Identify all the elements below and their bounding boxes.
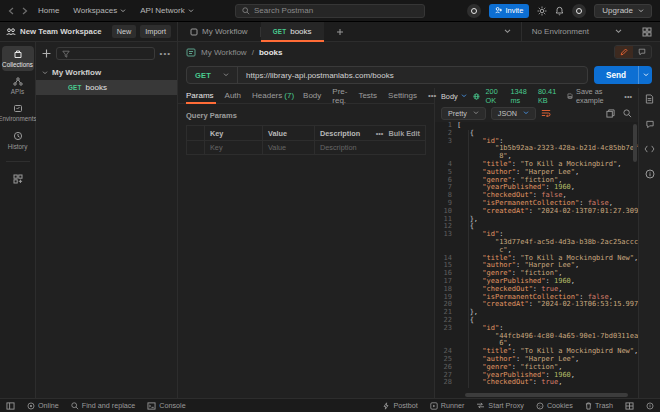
proxy-icon [476, 402, 485, 409]
two-pane-view-button[interactable] [625, 402, 634, 410]
workspace-bar: New Team Workspace New Import My Workflo… [0, 22, 660, 42]
find-icon [71, 402, 79, 410]
start-proxy-button[interactable]: Start Proxy [476, 401, 524, 410]
send-button[interactable]: Send [594, 66, 652, 84]
plus-icon [336, 28, 344, 36]
import-button[interactable]: Import [140, 25, 171, 38]
response-body-viewer[interactable]: 1[2 {3 "id": "1b5b92aa-2323-428a-b21d-4c… [435, 122, 638, 398]
collection-my-workflow[interactable]: My Workflow [36, 65, 177, 80]
search-input[interactable]: Search Postman [235, 4, 425, 18]
send-options-chevron[interactable] [638, 66, 652, 84]
request-doc-icon [186, 48, 196, 57]
request-tab[interactable]: Auth [225, 88, 243, 103]
workspace-switcher[interactable]: New Team Workspace [6, 27, 102, 36]
configure-sidebar-button[interactable] [2, 170, 34, 187]
sidebar-item-apis[interactable]: APIs [2, 73, 34, 98]
horizontal-scrollbar[interactable] [465, 393, 628, 397]
status-bar: Online Find and replace Console Postbot … [0, 398, 660, 412]
edit-pencil-button[interactable] [615, 46, 633, 58]
runner-button[interactable]: Runner [430, 401, 465, 410]
response-more-actions[interactable]: ••• [624, 92, 632, 101]
notifications-bell-icon[interactable] [555, 6, 564, 16]
format-dropdown[interactable]: JSON [491, 107, 536, 120]
user-avatar[interactable] [572, 4, 586, 18]
help-button[interactable] [646, 402, 654, 410]
request-tab[interactable]: Settings [388, 88, 419, 103]
comments-button[interactable] [633, 46, 651, 58]
workspaces-menu[interactable]: Workspaces [73, 6, 126, 15]
status-badge[interactable]: 200 OK [486, 87, 505, 105]
console-button[interactable]: Console [147, 401, 185, 410]
code-line: 28 "checkedOut": true, [435, 379, 638, 387]
param-key-input[interactable]: Key [205, 141, 263, 154]
sidebar-item-history[interactable]: History [2, 127, 34, 153]
breadcrumb: My Workflow / books [178, 42, 660, 62]
toggle-sidebar-button[interactable] [6, 402, 15, 410]
person-add-icon [495, 7, 502, 14]
sidebar-item-environments[interactable]: Environments [2, 100, 34, 125]
wrap-text-icon[interactable] [541, 109, 551, 117]
sidebar-more-actions[interactable]: ••• [160, 49, 171, 58]
tab-request-books[interactable]: GET books [261, 22, 324, 41]
chevron-down-icon [223, 73, 229, 77]
env-quick-look-icon[interactable] [642, 27, 652, 37]
request-tab[interactable]: Headers(7) [252, 88, 294, 103]
response-size[interactable]: 80.41 KB [538, 87, 561, 105]
response-code-lines: 1[2 {3 "id": "1b5b92aa-2323-428a-b21d-4c… [435, 122, 638, 387]
url-input[interactable]: https://library-api.postmanlabs.com/book… [238, 71, 402, 80]
trash-button[interactable]: Trash [585, 401, 613, 410]
param-description-input[interactable]: Description [315, 141, 425, 154]
comments-rail-icon[interactable] [645, 120, 655, 129]
breadcrumb-parent[interactable]: My Workflow [201, 48, 247, 57]
find-and-replace-button[interactable]: Find and replace [71, 401, 136, 410]
settings-gear-icon[interactable] [537, 6, 547, 16]
breadcrumb-request-name[interactable]: books [259, 48, 283, 57]
method-select[interactable]: GET [187, 67, 238, 83]
environment-selector[interactable]: No Environment [521, 22, 632, 41]
column-key: Key [205, 126, 263, 140]
request-tab[interactable]: Params [186, 88, 216, 103]
request-tab[interactable]: Body [303, 88, 323, 103]
request-tab[interactable]: Pre-req. [332, 88, 349, 103]
copy-icon[interactable] [606, 109, 615, 118]
upgrade-button[interactable]: Upgrade [594, 4, 652, 18]
nav-back-icon[interactable] [8, 7, 14, 15]
comment-icon [638, 48, 646, 56]
sidebar-item-collections[interactable]: Collections [2, 46, 34, 71]
query-params-title: Query Params [178, 104, 434, 125]
connection-status[interactable]: Online [27, 401, 59, 410]
new-tab-button[interactable] [324, 22, 356, 41]
add-collection-button[interactable] [42, 49, 51, 58]
request-tab[interactable]: Tests [358, 88, 379, 103]
new-button[interactable]: New [112, 25, 137, 38]
filter-funnel-icon [62, 50, 70, 58]
nav-forward-icon[interactable] [22, 7, 28, 15]
search-response-icon[interactable] [623, 109, 632, 118]
invite-button[interactable]: Invite [489, 4, 529, 18]
code-snippet-icon[interactable] [644, 145, 655, 153]
chevron-down-icon [120, 9, 126, 13]
param-value-input[interactable]: Value [263, 141, 315, 154]
postbot-avatar-icon[interactable] [467, 4, 481, 18]
response-body-dropdown[interactable]: Body [441, 92, 467, 101]
api-network-menu[interactable]: API Network [140, 6, 193, 15]
chevron-down-icon [461, 94, 467, 98]
vertical-scrollbar[interactable] [633, 124, 637, 162]
tab-workspace-overview[interactable]: My Workflow [178, 22, 260, 41]
documentation-icon[interactable] [645, 94, 654, 104]
collection-filter-input[interactable] [56, 47, 155, 60]
view-mode-dropdown[interactable]: Pretty [441, 107, 486, 120]
network-globe-icon[interactable] [473, 92, 480, 101]
tab-overflow-chevron-icon[interactable] [504, 29, 511, 34]
cookies-button[interactable]: Cookies [536, 401, 573, 410]
home-link[interactable]: Home [38, 6, 59, 15]
search-icon [242, 7, 250, 15]
request-item-books[interactable]: GET books [36, 80, 177, 95]
column-more-actions[interactable]: ••• [376, 129, 384, 138]
response-time[interactable]: 1348 ms [511, 87, 532, 105]
collections-icon [13, 50, 23, 59]
postbot-button[interactable]: Postbot [382, 401, 417, 410]
bulk-edit-button[interactable]: Bulk Edit [388, 129, 420, 138]
save-as-example-button[interactable]: Save as example [567, 87, 618, 105]
info-icon[interactable] [645, 169, 655, 179]
